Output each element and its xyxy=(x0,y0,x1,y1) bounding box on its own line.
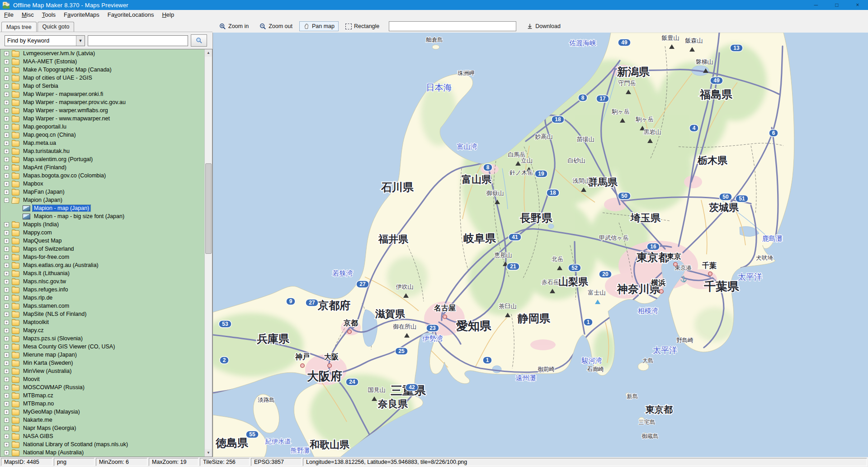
tree-item[interactable]: +MTBmap.no xyxy=(0,400,205,408)
maximize-button[interactable]: □ xyxy=(826,0,847,10)
search-input[interactable] xyxy=(88,35,188,46)
minimize-button[interactable]: ─ xyxy=(806,0,826,10)
tree-item[interactable]: +Mappy.com xyxy=(0,229,205,237)
tree-item[interactable]: +Lvmgeoserver.lvm.lv (Latvia) xyxy=(0,49,205,57)
expand-icon[interactable]: + xyxy=(4,450,9,455)
expand-icon[interactable]: + xyxy=(4,238,9,243)
expand-icon[interactable]: + xyxy=(4,271,9,276)
tree-item[interactable]: +Mesa County GIS Viewer (CO, USA) xyxy=(0,343,205,351)
tree-item[interactable]: +Map Warper - www.mapwarper.net xyxy=(0,114,205,123)
maps-tree[interactable]: +Lvmgeoserver.lvm.lv (Latvia)+MAA-AMET (… xyxy=(0,49,205,457)
tree-item[interactable]: +Mierune map (Japan) xyxy=(0,351,205,359)
expand-icon[interactable]: + xyxy=(4,247,9,252)
menu-item-file[interactable]: File xyxy=(0,10,18,20)
tree-item[interactable]: +Mappls (India) xyxy=(0,220,205,229)
map-viewport[interactable]: 日本海佐渡海峡太平洋太平洋鹿島灘相模湾駿河湾遠州灘伊勢湾富山湾若狭湾紀伊水道熊野… xyxy=(212,33,868,457)
expand-icon[interactable]: + xyxy=(4,279,9,284)
tree-item[interactable]: +National Library of Scotland (maps.nls.… xyxy=(0,440,205,448)
expand-icon[interactable]: + xyxy=(4,312,9,317)
tree-item[interactable]: +Maps.stamen.com xyxy=(0,302,205,310)
menu-item-misc[interactable]: Misc xyxy=(18,10,38,20)
expand-icon[interactable]: + xyxy=(4,393,9,398)
expand-icon[interactable]: + xyxy=(4,336,9,341)
expand-icon[interactable]: + xyxy=(4,116,9,121)
zoom-out-button[interactable]: Zoom out xyxy=(255,21,297,32)
tree-item[interactable]: +Min Karta (Sweden) xyxy=(0,359,205,367)
search-mode-dropdown[interactable]: Find by Keyword ▼ xyxy=(5,35,85,46)
tree-item[interactable]: +Mapzs.pzs.si (Slovenia) xyxy=(0,334,205,343)
tree-item[interactable]: +Napr Maps (Georgia) xyxy=(0,424,205,432)
tree-item[interactable]: +Maps.eatlas.org.au (Australia) xyxy=(0,261,205,269)
rectangle-button[interactable]: Rectangle xyxy=(341,21,383,31)
expand-icon[interactable]: + xyxy=(4,328,9,333)
tree-item[interactable]: +Map.meta.ua xyxy=(0,139,205,147)
tree-item[interactable]: +MinView (Australia) xyxy=(0,367,205,375)
tree-item[interactable]: +NASA GIBS xyxy=(0,432,205,440)
search-button[interactable] xyxy=(191,34,207,47)
tree-item[interactable]: +MapSite (NLS of Finland) xyxy=(0,310,205,318)
expand-icon[interactable]: + xyxy=(4,418,9,423)
expand-icon[interactable]: + xyxy=(4,76,9,81)
tree-item[interactable]: +Moovit xyxy=(0,375,205,383)
menu-item-favoritelocations[interactable]: FavoriteLocations xyxy=(104,10,158,20)
expand-icon[interactable]: + xyxy=(4,353,9,357)
tree-item[interactable]: +Map Warper - mapwarper.prov.vic.gov.au xyxy=(0,98,205,106)
scrollbar-thumb[interactable] xyxy=(205,163,212,254)
tree-item[interactable]: +Maps of Switzerland xyxy=(0,245,205,253)
expand-icon[interactable]: + xyxy=(4,263,9,268)
collapse-icon[interactable]: − xyxy=(4,198,9,203)
expand-icon[interactable]: + xyxy=(4,369,9,374)
expand-icon[interactable]: + xyxy=(4,230,9,235)
tree-item[interactable]: +Map of Serbia xyxy=(0,82,205,90)
tree-item[interactable]: +MTBmap.cz xyxy=(0,391,205,400)
expand-icon[interactable]: + xyxy=(4,377,9,382)
expand-icon[interactable]: + xyxy=(4,434,9,439)
chevron-down-icon[interactable]: ▼ xyxy=(76,36,85,46)
expand-icon[interactable]: + xyxy=(4,361,9,366)
expand-icon[interactable]: + xyxy=(4,410,9,415)
expand-icon[interactable]: + xyxy=(4,426,9,431)
tree-scrollbar[interactable]: ▲ ▼ xyxy=(204,49,212,457)
tree-item[interactable]: +Nakarte.me xyxy=(0,416,205,424)
expand-icon[interactable]: + xyxy=(4,149,9,154)
expand-icon[interactable]: + xyxy=(4,385,9,390)
tree-item[interactable]: +MapQuest Map xyxy=(0,237,205,245)
expand-icon[interactable]: + xyxy=(4,442,9,447)
tab-maps-tree[interactable]: Maps tree xyxy=(1,22,37,32)
tree-item[interactable]: +Map.geoq.cn (China) xyxy=(0,131,205,139)
expand-icon[interactable]: + xyxy=(4,181,9,186)
tree-item[interactable]: Mapion - map (Japan) xyxy=(0,204,205,212)
tab-quick-goto[interactable]: Quick goto xyxy=(38,22,75,32)
close-button[interactable]: × xyxy=(847,0,868,10)
tree-item[interactable]: +Maps-for-free.com xyxy=(0,253,205,261)
tree-item[interactable]: +Map.geoportail.lu xyxy=(0,123,205,131)
tree-item[interactable]: +Map.turistautak.hu xyxy=(0,147,205,155)
expand-icon[interactable]: + xyxy=(4,108,9,113)
zoom-in-button[interactable]: Zoom in xyxy=(215,21,253,32)
expand-icon[interactable]: + xyxy=(4,51,9,56)
expand-icon[interactable]: + xyxy=(4,133,9,138)
tree-item[interactable]: +Mapy.cz xyxy=(0,326,205,334)
menu-item-tools[interactable]: Tools xyxy=(38,10,60,20)
tree-item[interactable]: +Maptoolkit xyxy=(0,318,205,326)
tree-item[interactable]: +Maps.lt (Lithuania) xyxy=(0,269,205,277)
expand-icon[interactable]: + xyxy=(4,344,9,349)
tree-item[interactable]: +Maps.rlp.de xyxy=(0,294,205,302)
tree-item[interactable]: +MyGeoMap (Malaysia) xyxy=(0,408,205,416)
expand-icon[interactable]: + xyxy=(4,287,9,292)
expand-icon[interactable]: + xyxy=(4,190,9,195)
tree-item[interactable]: +MOSCOWMAP (Russia) xyxy=(0,383,205,391)
tree-item[interactable]: +Maps.refuges.info xyxy=(0,286,205,294)
expand-icon[interactable]: + xyxy=(4,165,9,170)
expand-icon[interactable]: + xyxy=(4,67,9,72)
expand-icon[interactable]: + xyxy=(4,401,9,406)
tree-item[interactable]: +Maps.nlsc.gov.tw xyxy=(0,277,205,286)
tree-item[interactable]: +Map Warper - warper.wmflabs.org xyxy=(0,106,205,114)
pan-map-button[interactable]: Pan map xyxy=(299,21,339,31)
menu-item-help[interactable]: Help xyxy=(158,10,178,20)
tree-item[interactable]: +MapAnt (Finland) xyxy=(0,163,205,172)
expand-icon[interactable]: + xyxy=(4,222,9,227)
tree-item[interactable]: +Mapbox xyxy=(0,180,205,188)
menu-item-favoritemaps[interactable]: FavoriteMaps xyxy=(60,10,104,20)
scroll-up-arrow[interactable]: ▲ xyxy=(205,49,212,57)
